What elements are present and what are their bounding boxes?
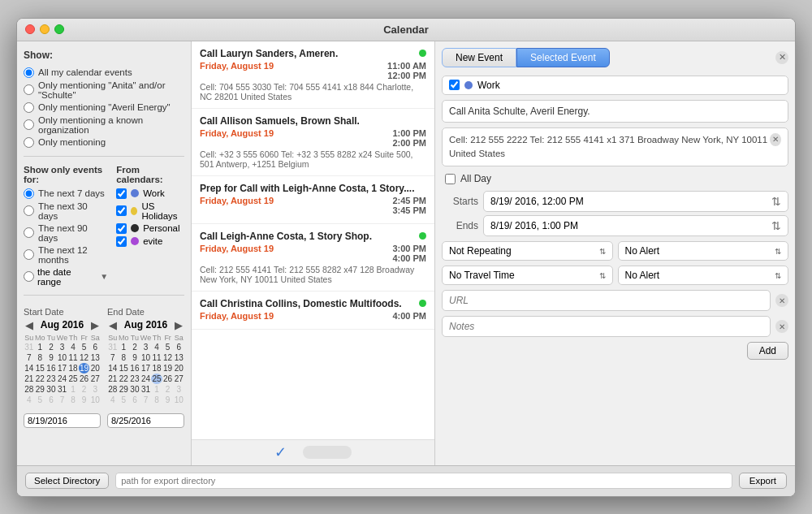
- start-day[interactable]: 2: [45, 342, 57, 352]
- start-day[interactable]: 1: [35, 342, 46, 352]
- end-day[interactable]: 10: [140, 352, 152, 363]
- start-day[interactable]: 11: [67, 352, 79, 363]
- end-day[interactable]: 8: [151, 395, 162, 405]
- range-12months[interactable]: The next 12 months: [24, 245, 108, 265]
- start-day[interactable]: 3: [89, 384, 101, 395]
- start-day[interactable]: 16: [45, 363, 57, 374]
- confirm-button[interactable]: ✓: [274, 443, 287, 461]
- end-day[interactable]: 22: [119, 374, 130, 384]
- end-day[interactable]: 10: [173, 395, 184, 405]
- start-day[interactable]: 7: [57, 395, 68, 405]
- end-day[interactable]: 9: [162, 395, 174, 405]
- start-day[interactable]: 3: [57, 342, 68, 352]
- end-day[interactable]: 18: [151, 363, 162, 374]
- end-day[interactable]: 1: [119, 342, 130, 352]
- export-path-input[interactable]: [115, 473, 732, 489]
- tab-selected-event[interactable]: Selected Event: [516, 48, 610, 67]
- start-day[interactable]: 28: [24, 384, 35, 395]
- start-day[interactable]: 14: [24, 363, 35, 374]
- end-day[interactable]: 2: [162, 384, 174, 395]
- start-day[interactable]: 6: [45, 395, 57, 405]
- list-item[interactable]: Call Lauryn Sanders, Ameren.Friday, Augu…: [192, 41, 434, 109]
- start-day[interactable]: 4: [24, 395, 35, 405]
- start-day[interactable]: 26: [79, 374, 90, 384]
- cal-personal[interactable]: Personal: [116, 223, 184, 234]
- end-day[interactable]: 3: [173, 384, 184, 395]
- start-next-month-btn[interactable]: ▶: [89, 319, 101, 331]
- show-option-org[interactable]: Only mentioning a known organization: [24, 115, 184, 135]
- end-day[interactable]: 15: [119, 363, 130, 374]
- event-calendar-checkbox[interactable]: [449, 80, 460, 90]
- start-day[interactable]: 25: [67, 374, 79, 384]
- end-day[interactable]: 30: [129, 384, 140, 395]
- end-day[interactable]: 4: [107, 395, 119, 405]
- end-day[interactable]: 27: [173, 374, 184, 384]
- end-day[interactable]: 3: [140, 342, 152, 352]
- list-item[interactable]: Prep for Call with Leigh-Anne Costa, 1 S…: [192, 176, 434, 224]
- end-day[interactable]: 8: [119, 352, 130, 363]
- end-day[interactable]: 24: [140, 374, 152, 384]
- add-button[interactable]: Add: [747, 342, 788, 360]
- start-day[interactable]: 31: [24, 342, 35, 352]
- end-day[interactable]: 13: [173, 352, 184, 363]
- end-day[interactable]: 20: [173, 363, 184, 374]
- start-day[interactable]: 10: [89, 395, 101, 405]
- cal-work[interactable]: Work: [116, 188, 184, 199]
- end-day[interactable]: 28: [107, 384, 119, 395]
- end-day[interactable]: 5: [119, 395, 130, 405]
- end-day[interactable]: 26: [162, 374, 174, 384]
- start-day[interactable]: 30: [45, 384, 57, 395]
- start-day[interactable]: 18: [67, 363, 79, 374]
- start-prev-month-btn[interactable]: ◀: [24, 319, 35, 331]
- end-day[interactable]: 2: [129, 342, 140, 352]
- end-day[interactable]: 6: [129, 395, 140, 405]
- start-day[interactable]: 9: [79, 395, 90, 405]
- start-day[interactable]: 24: [57, 374, 68, 384]
- end-day[interactable]: 23: [129, 374, 140, 384]
- start-day[interactable]: 21: [24, 374, 35, 384]
- end-day[interactable]: 31: [107, 342, 119, 352]
- notes-input[interactable]: [442, 316, 771, 337]
- start-day[interactable]: 22: [35, 374, 46, 384]
- show-option-only[interactable]: Only mentioning: [24, 137, 184, 148]
- close-button[interactable]: [25, 24, 35, 34]
- start-day[interactable]: 13: [89, 352, 101, 363]
- end-day[interactable]: 11: [151, 352, 162, 363]
- url-close-btn[interactable]: ✕: [775, 294, 788, 307]
- show-option-averil[interactable]: Only mentioning "Averil Energy": [24, 102, 184, 113]
- start-day[interactable]: 8: [35, 352, 46, 363]
- start-day[interactable]: 17: [57, 363, 68, 374]
- start-day[interactable]: 27: [89, 374, 101, 384]
- end-date-input[interactable]: [107, 413, 184, 428]
- start-day[interactable]: 4: [67, 342, 79, 352]
- travel-time-select[interactable]: No Travel Time ⇅: [442, 266, 613, 285]
- start-day[interactable]: 5: [35, 395, 46, 405]
- start-day[interactable]: 23: [45, 374, 57, 384]
- ends-value-field[interactable]: 8/19/ 2016, 1:00 PM ⇅: [483, 215, 788, 236]
- start-day[interactable]: 31: [57, 384, 68, 395]
- repeat-select[interactable]: Not Repeating ⇅: [442, 241, 613, 261]
- start-day[interactable]: 9: [45, 352, 57, 363]
- end-next-month-btn[interactable]: ▶: [173, 319, 184, 331]
- end-day[interactable]: 25: [151, 374, 162, 384]
- alert-select-2[interactable]: No Alert ⇅: [618, 266, 789, 285]
- end-day[interactable]: 9: [129, 352, 140, 363]
- starts-value-field[interactable]: 8/19/ 2016, 12:00 PM ⇅: [483, 191, 788, 212]
- right-panel-close-btn[interactable]: ✕: [775, 51, 788, 64]
- end-day[interactable]: 31: [140, 384, 152, 395]
- show-option-all[interactable]: All my calendar events: [24, 67, 184, 78]
- starts-stepper[interactable]: ⇅: [771, 195, 781, 208]
- tab-new-event[interactable]: New Event: [442, 48, 516, 67]
- list-item[interactable]: Call Christina Collins, Domestic Multifo…: [192, 292, 434, 330]
- range-7days[interactable]: The next 7 days: [24, 188, 108, 199]
- start-day[interactable]: 12: [79, 352, 90, 363]
- cal-evite[interactable]: evite: [116, 236, 184, 247]
- end-day[interactable]: 19: [162, 363, 174, 374]
- end-day[interactable]: 7: [107, 352, 119, 363]
- end-day[interactable]: 16: [129, 363, 140, 374]
- export-button[interactable]: Export: [739, 473, 787, 489]
- range-90days[interactable]: The next 90 days: [24, 223, 108, 243]
- notes-close-btn[interactable]: ✕: [775, 320, 788, 333]
- start-day[interactable]: 19: [79, 363, 90, 374]
- all-day-checkbox[interactable]: [445, 174, 456, 184]
